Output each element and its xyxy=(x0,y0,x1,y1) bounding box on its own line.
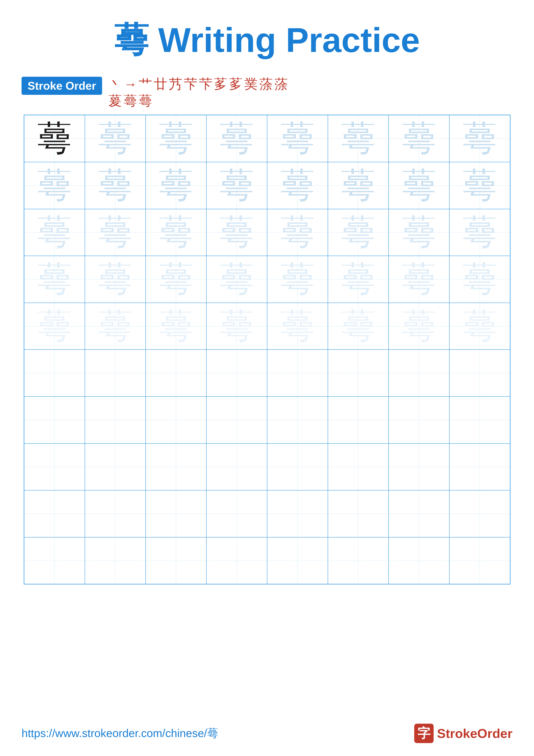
practice-grid: 蕚 蕚 蕚 蕚 蕚 蕚 蕚 蕚 蕚 蕚 蕚 xyxy=(24,115,511,584)
grid-cell[interactable]: 蕚 xyxy=(206,209,267,256)
grid-cell-empty[interactable] xyxy=(85,537,146,584)
grid-cell[interactable]: 蕚 xyxy=(449,209,510,256)
grid-cell-empty[interactable] xyxy=(85,396,146,444)
grid-cell[interactable]: 蕚 xyxy=(267,303,328,350)
grid-cell[interactable]: 蕚 xyxy=(449,115,510,162)
grid-cell-empty[interactable] xyxy=(267,537,328,584)
grid-cell[interactable]: 蕚 xyxy=(24,162,85,209)
grid-cell[interactable]: 蕚 xyxy=(206,115,267,162)
grid-cell-empty[interactable] xyxy=(24,350,85,396)
practice-char: 蕚 xyxy=(37,168,72,203)
grid-cell[interactable]: 蕚 xyxy=(328,115,389,162)
grid-cell[interactable]: 蕚 xyxy=(267,162,328,209)
grid-cell-empty[interactable] xyxy=(24,537,85,584)
grid-cell[interactable]: 蕚 xyxy=(267,209,328,256)
grid-cell-empty[interactable] xyxy=(146,537,206,584)
practice-char: 蕚 xyxy=(341,262,375,297)
grid-cell-empty[interactable] xyxy=(85,444,146,491)
practice-char: 蕚 xyxy=(341,215,375,250)
grid-cell-empty[interactable] xyxy=(389,396,449,444)
grid-cell-empty[interactable] xyxy=(267,396,328,444)
grid-cell-empty[interactable] xyxy=(206,396,267,444)
grid-cell[interactable]: 蕚 xyxy=(146,256,206,303)
practice-char: 蕚 xyxy=(98,262,133,297)
grid-cell[interactable]: 蕚 xyxy=(85,256,146,303)
grid-cell-empty[interactable] xyxy=(267,444,328,491)
grid-cell[interactable]: 蕚 xyxy=(267,256,328,303)
grid-cell[interactable]: 蕚 xyxy=(24,303,85,350)
practice-char: 蕚 xyxy=(280,262,315,297)
grid-cell-empty[interactable] xyxy=(449,490,510,537)
grid-cell-empty[interactable] xyxy=(449,444,510,491)
grid-cell-empty[interactable] xyxy=(24,490,85,537)
stroke-step: 萲 xyxy=(109,94,122,108)
grid-cell[interactable]: 蕚 xyxy=(328,162,389,209)
grid-cell[interactable]: 蕚 xyxy=(206,303,267,350)
grid-cell[interactable]: 蕚 xyxy=(24,256,85,303)
practice-char: 蕚 xyxy=(463,262,497,297)
grid-cell[interactable]: 蕚 xyxy=(389,209,449,256)
stroke-step: 艿 xyxy=(169,77,182,92)
grid-cell-empty[interactable] xyxy=(146,444,206,491)
grid-cell-empty[interactable] xyxy=(24,444,85,491)
grid-cell[interactable]: 蕚 xyxy=(449,303,510,350)
grid-cell-empty[interactable] xyxy=(206,537,267,584)
grid-cell-empty[interactable] xyxy=(328,537,389,584)
practice-char: 蕚 xyxy=(219,215,254,250)
grid-cell[interactable]: 蕚 xyxy=(85,115,146,162)
grid-cell[interactable]: 蕚 xyxy=(389,303,449,350)
grid-cell-empty[interactable] xyxy=(206,350,267,396)
grid-cell-empty[interactable] xyxy=(146,396,206,444)
grid-cell[interactable]: 蕚 xyxy=(85,303,146,350)
grid-cell[interactable]: 蕚 xyxy=(24,115,85,162)
grid-cell[interactable]: 蕚 xyxy=(85,162,146,209)
grid-cell-empty[interactable] xyxy=(389,350,449,396)
grid-cell-empty[interactable] xyxy=(206,444,267,491)
grid-cell[interactable]: 蕚 xyxy=(328,209,389,256)
grid-cell-empty[interactable] xyxy=(389,444,449,491)
grid-cell[interactable]: 蕚 xyxy=(449,256,510,303)
grid-cell-empty[interactable] xyxy=(146,490,206,537)
practice-char: 蕚 xyxy=(280,168,315,203)
grid-cell[interactable]: 蕚 xyxy=(146,209,206,256)
grid-cell[interactable]: 蕚 xyxy=(85,209,146,256)
grid-cell[interactable]: 蕚 xyxy=(24,209,85,256)
grid-cell-empty[interactable] xyxy=(85,490,146,537)
grid-cell-empty[interactable] xyxy=(206,490,267,537)
grid-cell[interactable]: 蕚 xyxy=(267,115,328,162)
practice-char: 蕚 xyxy=(402,121,436,156)
grid-cell-empty[interactable] xyxy=(449,350,510,396)
practice-char: 蕚 xyxy=(402,215,436,250)
grid-cell[interactable]: 蕚 xyxy=(449,162,510,209)
practice-char: 蕚 xyxy=(402,309,436,343)
practice-char: 蕚 xyxy=(463,121,497,156)
grid-cell-empty[interactable] xyxy=(389,490,449,537)
grid-cell-empty[interactable] xyxy=(267,350,328,396)
grid-cell-empty[interactable] xyxy=(328,396,389,444)
grid-cell-empty[interactable] xyxy=(328,490,389,537)
grid-cell-empty[interactable] xyxy=(85,350,146,396)
grid-cell[interactable]: 蕚 xyxy=(389,115,449,162)
grid-cell-empty[interactable] xyxy=(146,350,206,396)
grid-cell[interactable]: 蕚 xyxy=(389,256,449,303)
grid-cell-empty[interactable] xyxy=(328,350,389,396)
grid-cell-empty[interactable] xyxy=(24,396,85,444)
grid-cell[interactable]: 蕚 xyxy=(328,303,389,350)
practice-char: 蕚 xyxy=(280,309,315,343)
grid-cell[interactable]: 蕚 xyxy=(206,162,267,209)
grid-cell[interactable]: 蕚 xyxy=(146,115,206,162)
practice-char: 蕚 xyxy=(37,309,72,343)
stroke-step: 芐 xyxy=(184,77,197,92)
grid-cell[interactable]: 蕚 xyxy=(328,256,389,303)
grid-cell[interactable]: 蕚 xyxy=(206,256,267,303)
footer-url[interactable]: https://www.strokeorder.com/chinese/蕚 xyxy=(21,726,218,741)
grid-cell-empty[interactable] xyxy=(449,396,510,444)
grid-cell-empty[interactable] xyxy=(267,490,328,537)
grid-cell-empty[interactable] xyxy=(328,444,389,491)
grid-cell[interactable]: 蕚 xyxy=(389,162,449,209)
grid-cell-empty[interactable] xyxy=(449,537,510,584)
grid-cell[interactable]: 蕚 xyxy=(146,162,206,209)
grid-cell-empty[interactable] xyxy=(389,537,449,584)
grid-cell[interactable]: 蕚 xyxy=(146,303,206,350)
stroke-sequence-row2: 萲 蕚 蕚 xyxy=(109,94,513,108)
